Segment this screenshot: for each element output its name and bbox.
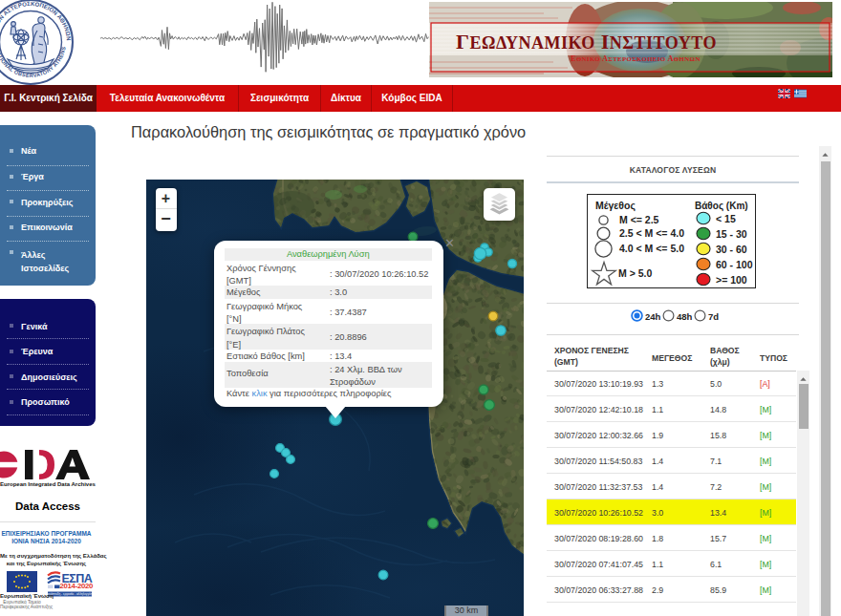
svg-text:2014-2020: 2014-2020	[60, 582, 95, 590]
svg-text:2.5 < M <= 4.0: 2.5 < M <= 4.0	[619, 227, 684, 239]
svg-text:< 15: < 15	[716, 213, 736, 224]
svg-text:Βάθος (Km): Βάθος (Km)	[695, 201, 748, 212]
svg-text:60 - 100: 60 - 100	[716, 259, 753, 270]
svg-text:30 - 60: 30 - 60	[716, 244, 747, 255]
svg-text:ΕΘΝΙΚΟ ΑΣΤΕΡΟΣΚΟΠΕΙΟ ΑΘΗΝΩΝ: ΕΘΝΙΚΟ ΑΣΤΕΡΟΣΚΟΠΕΙΟ ΑΘΗΝΩΝ	[571, 54, 701, 63]
svg-text:4.0 < M <= 5.0: 4.0 < M <= 5.0	[619, 243, 684, 254]
svg-text:M > 5.0: M > 5.0	[618, 267, 652, 279]
svg-text:ΓΕΩΔΥΝΑΜΙΚΟ ΙΝΣΤΙΤΟΥΤΟ: ΓΕΩΔΥΝΑΜΙΚΟ ΙΝΣΤΙΤΟΥΤΟ	[456, 30, 717, 53]
svg-text:M <= 2.5: M <= 2.5	[619, 214, 659, 225]
svg-text:ανάπτυξη - εργασία - αλληλεγγύ: ανάπτυξη - εργασία - αλληλεγγύη	[47, 592, 92, 596]
svg-text:Μέγεθος: Μέγεθος	[595, 200, 636, 212]
svg-text:15 - 30: 15 - 30	[716, 228, 747, 240]
svg-text:>= 100: >= 100	[716, 274, 747, 286]
